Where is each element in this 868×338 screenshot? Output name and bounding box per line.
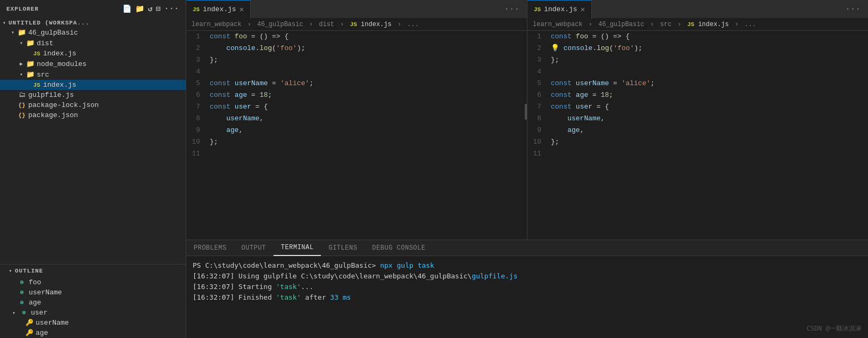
table-row: 8 userName, [527, 113, 868, 125]
bc-ellipsis: ... [745, 21, 756, 28]
bc-sep: › [735, 21, 739, 28]
folder-icon: 📁 [17, 28, 27, 37]
term-line: [16:32:07] Using gulpfile C:\study\code\… [193, 272, 472, 280]
line-number: 4 [186, 66, 209, 78]
tab-problems[interactable]: PROBLEMS [186, 240, 234, 256]
bc-file: index.js [361, 21, 392, 28]
table-row: 1const foo = () => { [186, 31, 527, 43]
workspace-arrow: ▾ [0, 20, 9, 26]
table-row: 10}; [527, 136, 868, 148]
bc-text: src [660, 21, 672, 28]
table-row: 4 [186, 66, 527, 78]
json-file-icon: {} [17, 102, 27, 109]
line-code: const user = { [209, 101, 527, 113]
outline-arrow: ▾ [6, 268, 15, 274]
table-row: 11 [527, 148, 868, 160]
line-code: const foo = () => { [209, 31, 527, 43]
sidebar-item-package-lock[interactable]: {} package-lock.json [0, 100, 186, 110]
folder-label: src [37, 71, 49, 79]
bc-js-icon: JS [687, 21, 694, 28]
tab-more-right[interactable]: ··· [842, 4, 864, 14]
outline-subitem-age[interactable]: 🔑 age [0, 328, 186, 338]
outline-subitem-userName[interactable]: 🔑 userName [0, 318, 186, 328]
line-number: 6 [527, 89, 550, 101]
line-code: userName, [550, 113, 868, 125]
outline-item-userName[interactable]: ⊛ userName [0, 287, 186, 298]
line-number: 9 [527, 125, 550, 136]
outline-item-age[interactable]: ⊛ age [0, 298, 186, 308]
folder-arrow: ▾ [17, 40, 26, 46]
bc-sep: › [589, 21, 592, 28]
sidebar-item-dist[interactable]: ▾ 📁 dist [0, 38, 186, 48]
terminal-tabs: PROBLEMS OUTPUT TERMINAL GITLENS DEBUG C… [186, 240, 868, 256]
tab-close-right[interactable]: ✕ [581, 5, 585, 14]
table-row: 9 age, [186, 125, 527, 136]
table-row: 5const userName = 'alice'; [186, 78, 527, 89]
table-row: 3}; [527, 54, 868, 66]
more-icon[interactable]: ··· [164, 4, 179, 13]
key-icon: 🔑 [26, 329, 34, 337]
refresh-icon[interactable]: ↺ [148, 4, 153, 13]
line-code: }; [209, 136, 527, 148]
line-number: 8 [527, 113, 550, 125]
term-rest: ... [301, 283, 313, 291]
table-row: 9 age, [527, 125, 868, 136]
outline-title: OUTLINE [15, 268, 43, 274]
tab-more-left[interactable]: ··· [501, 4, 523, 14]
terminal-line-4: [16:32:07] Finished 'task' after 33 ms [193, 292, 862, 303]
outline-item-foo[interactable]: ⊛ foo [0, 277, 186, 287]
line-number: 4 [527, 66, 550, 78]
outline-header[interactable]: ▾ OUTLINE [0, 265, 186, 277]
fn-icon: ⊛ [17, 288, 27, 296]
line-number: 1 [527, 31, 550, 43]
table-row: 3}; [186, 54, 527, 66]
tab-gitlens[interactable]: GITLENS [321, 240, 365, 256]
line-number: 3 [527, 54, 550, 66]
new-file-icon[interactable]: 📄 [122, 4, 132, 13]
line-number: 6 [186, 89, 209, 101]
line-number: 10 [186, 136, 209, 148]
tab-output[interactable]: OUTPUT [234, 240, 274, 256]
fn-icon: ⊛ [17, 278, 27, 286]
line-code [550, 66, 868, 78]
sidebar-item-dist-index-js[interactable]: JS index.js [0, 48, 186, 59]
code-area-left[interactable]: 1const foo = () => {2 console.log('foo')… [186, 31, 527, 240]
sidebar-item-package-json[interactable]: {} package.json [0, 110, 186, 120]
line-number: 7 [186, 101, 209, 113]
tab-index-js-dist[interactable]: JS index.js ✕ [186, 0, 251, 19]
sidebar-item-46gulpBasic[interactable]: ▾ 📁 46_gulpBasic [0, 27, 186, 38]
folder-icon: 📁 [26, 39, 35, 47]
code-area-right[interactable]: 1const foo = () => {2💡 console.log('foo'… [527, 31, 868, 240]
breadcrumb-left: learn_webpack › 46_gulpBasic › dist › JS… [186, 19, 527, 31]
bc-file: index.js [698, 21, 729, 28]
new-folder-icon[interactable]: 📁 [135, 4, 145, 13]
scrollbar-left[interactable] [525, 104, 527, 120]
workspace-root[interactable]: ▾ UNTITLED (WORKSPA... [0, 19, 186, 27]
table-row: 6const age = 18; [186, 89, 527, 101]
collapse-icon[interactable]: ⊟ [156, 4, 161, 13]
tab-bar-left: JS index.js ✕ ··· [186, 0, 527, 19]
bc-js-icon: JS [350, 21, 357, 28]
tab-terminal[interactable]: TERMINAL [274, 240, 321, 256]
folder-arrow: ▾ [9, 29, 17, 36]
tab-debug-console[interactable]: DEBUG CONSOLE [365, 240, 433, 256]
sidebar-item-gulpfile[interactable]: 🗂 gulpfile.js [0, 90, 186, 100]
tab-index-js-src[interactable]: JS index.js ✕ [527, 0, 592, 19]
tab-close-left[interactable]: ✕ [239, 5, 244, 14]
line-code: 💡 console.log('foo'); [550, 43, 868, 54]
outline-label-age: age [29, 299, 41, 307]
table-row: 1const foo = () => { [527, 31, 868, 43]
outline-item-user[interactable]: ▾ ⊛ user [0, 308, 186, 318]
sidebar-item-node-modules[interactable]: ▶ 📁 node_modules [0, 59, 186, 69]
terminal-content[interactable]: PS C:\study\code\learn_webpack\46_gulpBa… [186, 256, 868, 338]
fn-icon: ⊛ [17, 299, 27, 307]
file-label: index.js [43, 50, 76, 57]
line-number: 3 [186, 54, 209, 66]
outline-section: ▾ OUTLINE ⊛ foo ⊛ userName ⊛ age ▾ ⊛ use… [0, 264, 186, 338]
sidebar-item-src-index-js[interactable]: JS index.js [0, 80, 186, 90]
workspace-label: UNTITLED (WORKSPA... [9, 20, 89, 26]
editor-pane-right: JS index.js ✕ ··· learn_webpack › 46_gul… [527, 0, 868, 240]
bc-sep: › [340, 21, 344, 28]
sidebar-item-src[interactable]: ▾ 📁 src [0, 69, 186, 80]
folder-label: node_modules [37, 60, 87, 68]
